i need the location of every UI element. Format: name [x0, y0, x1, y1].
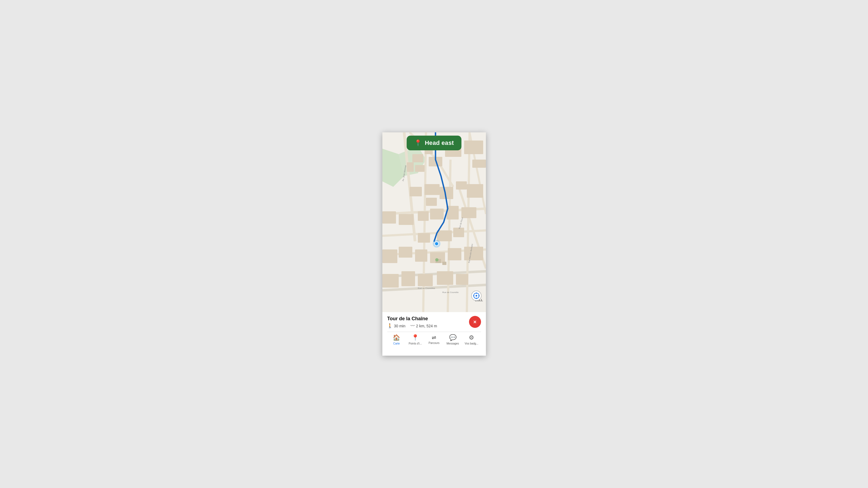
route-meta: 🚶 30 min 〰 2 km, 524 m: [387, 323, 481, 328]
svg-rect-20: [461, 207, 476, 218]
nav-label-carte: Carte: [393, 342, 400, 345]
svg-rect-5: [407, 162, 414, 172]
map-area: Av. Jean Monnet Rue de Roux Rue Marcelin…: [382, 132, 486, 312]
phone-container: Av. Jean Monnet Rue de Roux Rue Marcelin…: [382, 132, 486, 356]
nav-label-badges: Vos badg...: [465, 342, 478, 345]
svg-rect-4: [415, 165, 425, 172]
svg-rect-27: [382, 250, 397, 263]
destination-name: Tour de la Chaîne: [387, 316, 481, 322]
svg-point-48: [475, 295, 477, 297]
svg-rect-25: [418, 233, 430, 242]
parcours-icon: ⇌: [432, 334, 436, 341]
svg-rect-3: [412, 154, 423, 162]
svg-rect-21: [399, 214, 414, 225]
nav-label-parcours: Parcours: [428, 341, 439, 345]
bottom-nav: 🏠 Carte 📍 Points d'i... ⇌ Parcours 💬 Mes…: [387, 332, 481, 351]
svg-rect-9: [464, 140, 483, 154]
svg-rect-10: [472, 160, 486, 168]
nav-banner-pin-icon: 📍: [414, 139, 422, 147]
svg-rect-17: [418, 211, 429, 221]
nav-banner: 📍 Head east: [407, 136, 462, 150]
svg-rect-23: [437, 230, 452, 241]
nav-label-points: Points d'i...: [408, 342, 422, 345]
nav-banner-instruction: Head east: [425, 139, 454, 147]
home-icon: 🏠: [393, 334, 400, 341]
distance-item: 〰 2 km, 524 m: [410, 324, 437, 328]
points-icon: 📍: [411, 334, 419, 341]
svg-rect-16: [467, 184, 483, 198]
svg-rect-33: [401, 271, 415, 286]
svg-rect-13: [426, 198, 437, 206]
walk-icon: 🚶: [387, 323, 393, 328]
svg-rect-15: [456, 182, 467, 190]
nav-item-messages[interactable]: 💬 Messages: [443, 334, 462, 345]
location-dot-inner: [434, 241, 439, 246]
svg-rect-18: [430, 208, 444, 220]
badges-icon: ⚙: [469, 334, 474, 341]
close-icon: ×: [473, 319, 477, 325]
nav-item-parcours[interactable]: ⇌ Parcours: [425, 334, 443, 345]
distance-icon: 〰: [410, 324, 415, 328]
nav-item-badges[interactable]: ⚙ Vos badg...: [462, 334, 481, 345]
svg-rect-38: [442, 262, 446, 265]
svg-text:Rue de Coureille: Rue de Coureille: [442, 291, 459, 294]
map-svg: Av. Jean Monnet Rue de Roux Rue Marcelin…: [382, 132, 486, 312]
svg-rect-35: [437, 271, 453, 285]
svg-rect-30: [448, 248, 461, 260]
nav-item-carte[interactable]: 🏠 Carte: [387, 334, 406, 345]
messages-icon: 💬: [449, 334, 457, 341]
svg-rect-34: [418, 274, 433, 286]
svg-rect-22: [382, 211, 396, 224]
svg-rect-11: [410, 187, 422, 196]
svg-rect-26: [399, 247, 412, 258]
duration-value: 30 min: [394, 324, 405, 328]
svg-rect-28: [415, 250, 427, 262]
info-panel: Tour de la Chaîne 🚶 30 min 〰 2 km, 524 m…: [382, 312, 486, 351]
svg-rect-31: [464, 247, 483, 260]
svg-rect-36: [456, 274, 468, 285]
duration-item: 🚶 30 min: [387, 323, 405, 328]
location-dot-outer: [433, 240, 440, 248]
svg-point-39: [435, 258, 438, 261]
distance-value: 2 km, 524 m: [416, 324, 437, 328]
close-button[interactable]: ×: [469, 316, 481, 328]
svg-text:Rue de Coureilles: Rue de Coureilles: [418, 287, 435, 290]
svg-rect-32: [382, 274, 399, 288]
svg-rect-12: [425, 184, 440, 195]
nav-item-points[interactable]: 📍 Points d'i...: [406, 334, 425, 345]
user-location-dot: [433, 240, 440, 248]
svg-rect-24: [453, 228, 464, 237]
nav-label-messages: Messages: [447, 342, 459, 345]
